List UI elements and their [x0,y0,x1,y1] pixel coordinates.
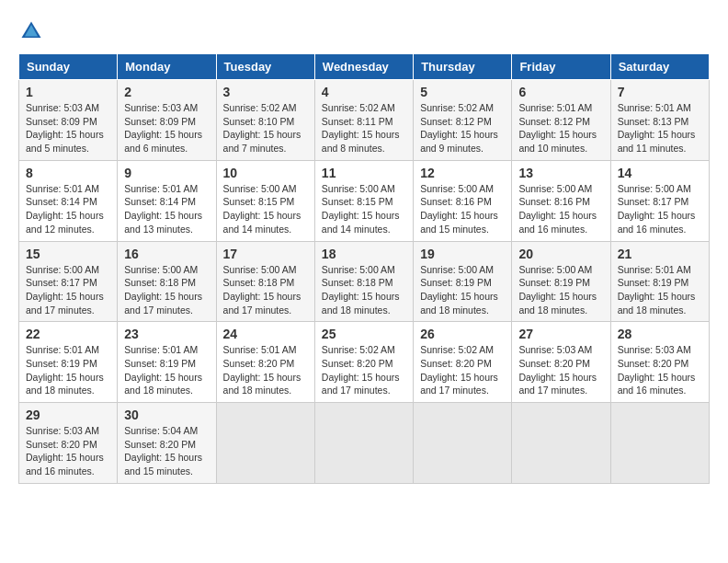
calendar-cell: 30 Sunrise: 5:04 AM Sunset: 8:20 PM Dayl… [118,403,216,484]
day-number: 26 [420,327,505,341]
daylight-label: Daylight: 15 hours and 15 minutes. [124,452,202,477]
sunset-label: Sunset: 8:17 PM [618,196,689,207]
weekday-header: Tuesday [216,54,314,80]
calendar-cell: 24 Sunrise: 5:01 AM Sunset: 8:20 PM Dayl… [216,322,314,403]
daylight-label: Daylight: 15 hours and 10 minutes. [518,129,597,154]
weekday-header: Friday [512,54,610,80]
sunrise-label: Sunrise: 5:00 AM [223,183,297,194]
calendar-week-row: 29 Sunrise: 5:03 AM Sunset: 8:20 PM Dayl… [19,403,710,484]
sunset-label: Sunset: 8:18 PM [322,277,393,288]
day-number: 22 [26,327,110,341]
day-number: 11 [322,166,406,180]
cell-content: Sunrise: 5:02 AM Sunset: 8:20 PM Dayligh… [420,343,505,397]
daylight-label: Daylight: 15 hours and 18 minutes. [223,372,301,396]
day-number: 19 [420,247,505,261]
cell-content: Sunrise: 5:03 AM Sunset: 8:09 PM Dayligh… [124,101,209,155]
day-number: 18 [322,247,406,261]
daylight-label: Daylight: 15 hours and 17 minutes. [322,372,400,396]
calendar-cell [610,403,709,484]
sunset-label: Sunset: 8:14 PM [124,196,196,207]
daylight-label: Daylight: 15 hours and 9 minutes. [420,129,498,154]
calendar-cell: 20 Sunrise: 5:00 AM Sunset: 8:19 PM Dayl… [512,241,610,322]
day-number: 5 [420,85,505,99]
cell-content: Sunrise: 5:01 AM Sunset: 8:13 PM Dayligh… [618,101,702,155]
daylight-label: Daylight: 15 hours and 6 minutes. [124,129,202,154]
cell-content: Sunrise: 5:01 AM Sunset: 8:14 PM Dayligh… [124,182,209,236]
calendar-cell: 5 Sunrise: 5:02 AM Sunset: 8:12 PM Dayli… [414,80,512,161]
cell-content: Sunrise: 5:00 AM Sunset: 8:18 PM Dayligh… [322,263,406,317]
day-number: 14 [618,166,702,180]
sunrise-label: Sunrise: 5:00 AM [518,264,592,275]
day-number: 17 [223,247,308,261]
day-number: 1 [26,85,110,99]
day-number: 10 [223,166,308,180]
cell-content: Sunrise: 5:00 AM Sunset: 8:17 PM Dayligh… [26,263,110,317]
sunset-label: Sunset: 8:11 PM [322,116,393,127]
day-number: 7 [618,85,702,99]
cell-content: Sunrise: 5:03 AM Sunset: 8:20 PM Dayligh… [26,424,110,478]
weekday-header: Thursday [414,54,512,80]
sunset-label: Sunset: 8:18 PM [223,277,295,288]
sunrise-label: Sunrise: 5:00 AM [420,264,494,275]
calendar-table: SundayMondayTuesdayWednesdayThursdayFrid… [18,53,710,484]
page-header [18,18,710,44]
day-number: 4 [322,85,406,99]
sunrise-label: Sunrise: 5:02 AM [322,102,395,113]
daylight-label: Daylight: 15 hours and 16 minutes. [618,210,696,235]
calendar-cell: 25 Sunrise: 5:02 AM Sunset: 8:20 PM Dayl… [314,322,413,403]
sunset-label: Sunset: 8:19 PM [26,358,97,369]
cell-content: Sunrise: 5:00 AM Sunset: 8:15 PM Dayligh… [223,182,308,236]
cell-content: Sunrise: 5:00 AM Sunset: 8:18 PM Dayligh… [223,263,308,317]
sunset-label: Sunset: 8:19 PM [518,277,590,288]
cell-content: Sunrise: 5:03 AM Sunset: 8:20 PM Dayligh… [618,343,702,397]
sunrise-label: Sunrise: 5:04 AM [124,425,198,436]
calendar-week-row: 8 Sunrise: 5:01 AM Sunset: 8:14 PM Dayli… [19,160,710,241]
cell-content: Sunrise: 5:02 AM Sunset: 8:11 PM Dayligh… [322,101,406,155]
sunset-label: Sunset: 8:16 PM [420,196,492,207]
day-number: 16 [124,247,209,261]
day-number: 3 [223,85,308,99]
weekday-header: Sunday [19,54,118,80]
calendar-cell: 11 Sunrise: 5:00 AM Sunset: 8:15 PM Dayl… [314,160,413,241]
calendar-cell: 22 Sunrise: 5:01 AM Sunset: 8:19 PM Dayl… [19,322,118,403]
daylight-label: Daylight: 15 hours and 18 minutes. [322,291,400,316]
sunrise-label: Sunrise: 5:00 AM [124,264,198,275]
sunset-label: Sunset: 8:13 PM [618,116,689,127]
sunrise-label: Sunrise: 5:00 AM [26,264,99,275]
sunset-label: Sunset: 8:19 PM [420,277,492,288]
cell-content: Sunrise: 5:01 AM Sunset: 8:19 PM Dayligh… [26,343,110,397]
sunrise-label: Sunrise: 5:03 AM [618,344,691,355]
calendar-cell: 1 Sunrise: 5:03 AM Sunset: 8:09 PM Dayli… [19,80,118,161]
calendar-cell: 2 Sunrise: 5:03 AM Sunset: 8:09 PM Dayli… [118,80,216,161]
calendar-header-row: SundayMondayTuesdayWednesdayThursdayFrid… [19,54,710,80]
day-number: 24 [223,327,308,341]
sunrise-label: Sunrise: 5:02 AM [420,344,494,355]
daylight-label: Daylight: 15 hours and 17 minutes. [26,291,104,316]
cell-content: Sunrise: 5:00 AM Sunset: 8:16 PM Dayligh… [420,182,505,236]
sunrise-label: Sunrise: 5:01 AM [618,264,691,275]
calendar-cell: 3 Sunrise: 5:02 AM Sunset: 8:10 PM Dayli… [216,80,314,161]
daylight-label: Daylight: 15 hours and 14 minutes. [223,210,301,235]
cell-content: Sunrise: 5:01 AM Sunset: 8:19 PM Dayligh… [124,343,209,397]
calendar-cell: 13 Sunrise: 5:00 AM Sunset: 8:16 PM Dayl… [512,160,610,241]
calendar-cell [314,403,413,484]
sunrise-label: Sunrise: 5:01 AM [26,344,99,355]
day-number: 15 [26,247,110,261]
daylight-label: Daylight: 15 hours and 18 minutes. [618,291,696,316]
daylight-label: Daylight: 15 hours and 17 minutes. [223,291,301,316]
weekday-header: Monday [118,54,216,80]
calendar-cell: 23 Sunrise: 5:01 AM Sunset: 8:19 PM Dayl… [118,322,216,403]
daylight-label: Daylight: 15 hours and 17 minutes. [518,372,597,396]
cell-content: Sunrise: 5:00 AM Sunset: 8:18 PM Dayligh… [124,263,209,317]
sunrise-label: Sunrise: 5:03 AM [124,102,198,113]
daylight-label: Daylight: 15 hours and 15 minutes. [420,210,498,235]
cell-content: Sunrise: 5:01 AM Sunset: 8:14 PM Dayligh… [26,182,110,236]
day-number: 2 [124,85,209,99]
daylight-label: Daylight: 15 hours and 5 minutes. [26,129,104,154]
sunset-label: Sunset: 8:12 PM [420,116,492,127]
calendar-cell [512,403,610,484]
sunset-label: Sunset: 8:20 PM [322,358,393,369]
day-number: 30 [124,408,209,422]
day-number: 13 [518,166,603,180]
cell-content: Sunrise: 5:00 AM Sunset: 8:19 PM Dayligh… [420,263,505,317]
